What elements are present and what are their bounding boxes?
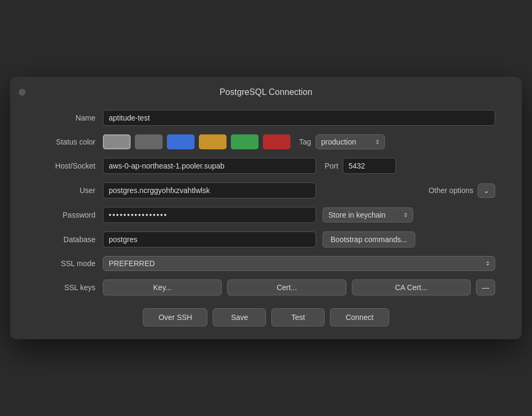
ssl-mode-label: SSL mode xyxy=(37,259,95,268)
ca-cert-button[interactable]: CA Cert... xyxy=(352,279,471,295)
color-swatch-gray[interactable] xyxy=(135,134,163,149)
other-options-label: Other options xyxy=(429,186,473,195)
window-title: PostgreSQL Connection xyxy=(220,87,312,97)
title-bar: PostgreSQL Connection xyxy=(10,87,522,97)
database-input[interactable] xyxy=(103,231,316,247)
test-button[interactable]: Test xyxy=(271,308,325,326)
color-swatches xyxy=(103,134,291,149)
color-swatch-gold[interactable] xyxy=(199,134,227,149)
ssl-mode-select[interactable]: PREFERRED DISABLE ALLOW REQUIRE VERIFY-C… xyxy=(103,256,495,271)
ssl-keys-buttons: Key... Cert... CA Cert... — xyxy=(103,279,495,295)
ssl-keys-label: SSL keys xyxy=(37,283,95,292)
status-color-label: Status color xyxy=(37,138,95,146)
user-row: User Other options ⌄ xyxy=(37,182,495,198)
host-input[interactable] xyxy=(103,158,316,174)
cert-button[interactable]: Cert... xyxy=(227,279,346,295)
color-swatch-gray-light[interactable] xyxy=(103,134,131,149)
connect-button[interactable]: Connect xyxy=(330,308,389,326)
password-row: Password Store in keychain Do not store … xyxy=(37,207,495,223)
database-row: Database Bootstrap commands... xyxy=(37,231,495,247)
color-swatch-blue[interactable] xyxy=(167,134,195,149)
password-input[interactable] xyxy=(103,207,316,223)
form-container: Name Status color Tag production staging… xyxy=(10,110,522,295)
bottom-buttons: Over SSH Save Test Connect xyxy=(10,308,522,326)
key-button[interactable]: Key... xyxy=(103,279,222,295)
name-input[interactable] xyxy=(103,110,495,126)
user-input[interactable] xyxy=(103,182,316,198)
save-button[interactable]: Save xyxy=(213,308,266,326)
password-label: Password xyxy=(37,211,95,219)
name-row: Name xyxy=(37,110,495,126)
ssl-mode-row: SSL mode PREFERRED DISABLE ALLOW REQUIRE… xyxy=(37,256,495,271)
database-label: Database xyxy=(37,235,95,244)
store-keychain-select[interactable]: Store in keychain Do not store Store tem… xyxy=(323,207,413,222)
port-input[interactable] xyxy=(343,158,396,174)
window-controls xyxy=(19,89,26,96)
over-ssh-button[interactable]: Over SSH xyxy=(143,308,207,326)
dash-button[interactable]: — xyxy=(476,279,495,295)
close-button[interactable] xyxy=(19,89,26,96)
host-label: Host/Socket xyxy=(37,162,95,170)
status-color-row: Status color Tag production staging deve… xyxy=(37,134,495,149)
user-label: User xyxy=(37,186,95,195)
other-options-button[interactable]: ⌄ xyxy=(478,183,495,198)
bootstrap-commands-button[interactable]: Bootstrap commands... xyxy=(323,231,415,247)
name-label: Name xyxy=(37,114,95,122)
postgresql-connection-window: PostgreSQL Connection Name Status color … xyxy=(10,77,522,339)
tag-select[interactable]: production staging development testing xyxy=(316,134,385,149)
color-swatch-red[interactable] xyxy=(263,134,291,149)
ssl-keys-row: SSL keys Key... Cert... CA Cert... — xyxy=(37,279,495,295)
port-label: Port xyxy=(325,162,338,170)
tag-label: Tag xyxy=(299,138,311,146)
color-swatch-green[interactable] xyxy=(231,134,259,149)
host-row: Host/Socket Port xyxy=(37,158,495,174)
